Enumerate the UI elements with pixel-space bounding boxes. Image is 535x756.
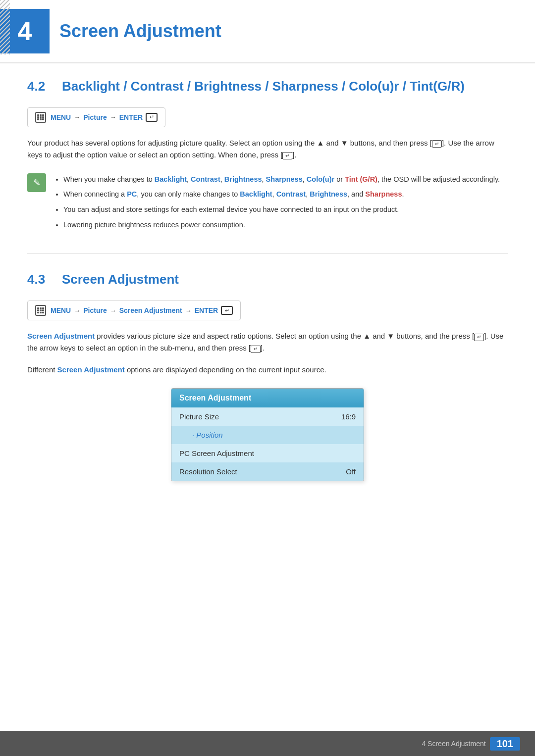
screen-adj-ref1: Screen Adjustment	[27, 332, 95, 340]
menu-icon-grid-43	[37, 307, 44, 313]
body-text-43-2: Different Screen Adjustment options are …	[27, 364, 508, 376]
menu-nav-42: MENU → Picture → ENTER ↵	[27, 107, 165, 127]
note-icon-area: ✎	[27, 173, 46, 192]
osd-item-pc-screen: PC Screen Adjustment	[171, 444, 364, 462]
section-43-number: 4.3	[27, 272, 52, 287]
osd-menu-title: Screen Adjustment	[171, 389, 364, 407]
screen-adj-ref2: Screen Adjustment	[57, 365, 125, 374]
note-item-3: You can adjust and store settings for ea…	[63, 203, 508, 216]
sharpness-ref: Sharpness	[266, 175, 303, 183]
note-item-2: When connecting a PC, you can only make …	[63, 188, 508, 201]
contrast-ref2: Contrast	[276, 190, 306, 198]
nav-arrow-43-3: →	[185, 307, 192, 314]
section-42-header: 4.2 Backlight / Contrast / Brightness / …	[27, 78, 508, 95]
backlight-ref2: Backlight	[240, 190, 272, 198]
enter-icon: ↵	[146, 113, 158, 122]
chapter-title: Screen Adjustment	[59, 21, 221, 42]
section-43-title: Screen Adjustment	[62, 271, 179, 288]
chapter-header: 4 Screen Adjustment	[0, 0, 535, 63]
osd-menu: Screen Adjustment Picture Size 16:9 · Po…	[171, 388, 364, 481]
osd-item-resolution: Resolution Select Off	[171, 462, 364, 481]
body-text-43-1: Screen Adjustment provides various pictu…	[27, 330, 508, 354]
page-wrapper: 4 Screen Adjustment 4.2 Backlight / Cont…	[0, 0, 535, 756]
nav-arrow-43-1: →	[74, 307, 80, 314]
osd-item-value-picture-size: 16:9	[341, 412, 356, 421]
menu-label: MENU	[51, 113, 71, 121]
osd-item-label-position: · Position	[179, 431, 223, 439]
tint-ref: Tint (G/R)	[345, 175, 377, 183]
section-43-header: 4.3 Screen Adjustment	[27, 271, 508, 288]
menu-icon	[35, 112, 46, 123]
brightness-ref: Brightness	[224, 175, 262, 183]
contrast-ref: Contrast	[191, 175, 220, 183]
osd-item-value-resolution: Off	[346, 467, 356, 476]
menu-icon-grid	[37, 114, 44, 120]
section-42-title: Backlight / Contrast / Brightness / Shar…	[62, 78, 465, 95]
note-content-42: When you make changes to Backlight, Cont…	[54, 173, 508, 234]
note-list-42: When you make changes to Backlight, Cont…	[54, 173, 508, 231]
pencil-icon: ✎	[33, 177, 41, 188]
sharpness-ref2: Sharpness	[365, 190, 402, 198]
osd-item-label-picture-size: Picture Size	[179, 412, 219, 421]
enter-label-43: ENTER	[195, 306, 218, 314]
enter-inline-1: ↵	[432, 140, 442, 148]
section-divider	[27, 253, 508, 254]
osd-item-label-pc-screen: PC Screen Adjustment	[179, 449, 254, 457]
pc-ref: PC	[127, 190, 137, 198]
footer-chapter-text: 4 Screen Adjustment	[422, 740, 485, 748]
note-item-1: When you make changes to Backlight, Cont…	[63, 173, 508, 186]
enter-inline-4: ↵	[251, 346, 261, 353]
osd-item-label-resolution: Resolution Select	[179, 467, 237, 476]
menu-nav-43: MENU → Picture → Screen Adjustment → ENT…	[27, 301, 241, 320]
nav-arrow-2: →	[110, 113, 116, 121]
menu-label-43: MENU	[51, 306, 71, 314]
backlight-ref: Backlight	[155, 175, 187, 183]
enter-icon-43: ↵	[221, 306, 233, 315]
osd-item-position: · Position	[171, 426, 364, 444]
enter-inline-2: ↵	[282, 152, 292, 159]
note-item-4: Lowering picture brightness reduces powe…	[63, 219, 508, 231]
page-footer: 4 Screen Adjustment 101	[0, 731, 535, 756]
colour-ref: Colo(u)r	[307, 175, 334, 183]
picture-label: Picture	[83, 113, 107, 121]
section-42-number: 4.2	[27, 79, 52, 94]
nav-arrow-1: →	[74, 113, 80, 121]
enter-label: ENTER	[119, 113, 143, 121]
screen-adj-label: Screen Adjustment	[119, 306, 182, 314]
body-text-42: Your product has several options for adj…	[27, 137, 508, 161]
osd-item-picture-size: Picture Size 16:9	[171, 407, 364, 426]
footer-page-number: 101	[490, 737, 520, 751]
stripe-decoration	[0, 0, 10, 54]
note-box-42: ✎ When you make changes to Backlight, Co…	[27, 171, 508, 237]
picture-label-43: Picture	[83, 306, 107, 314]
enter-inline-3: ↵	[474, 334, 484, 341]
brightness-ref2: Brightness	[310, 190, 347, 198]
menu-icon-43	[35, 305, 46, 316]
content-area: 4.2 Backlight / Contrast / Brightness / …	[0, 78, 535, 481]
nav-arrow-43-2: →	[110, 307, 116, 314]
